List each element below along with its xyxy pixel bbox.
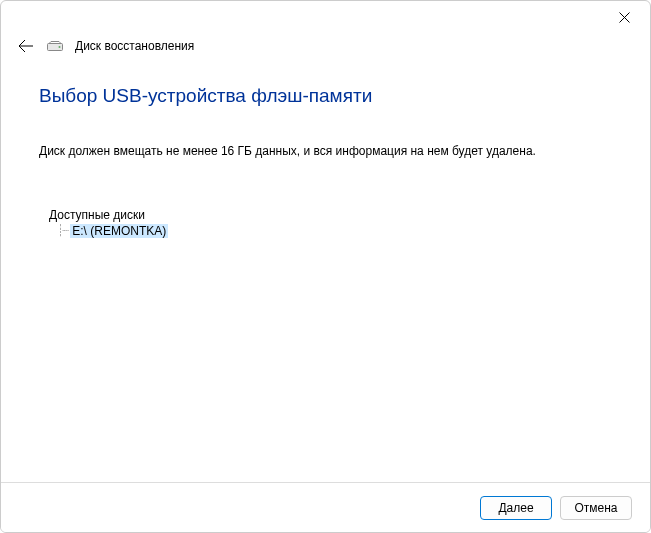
page-description: Диск должен вмещать не менее 16 ГБ данны… <box>39 143 612 160</box>
next-button[interactable]: Далее <box>480 496 552 520</box>
drive-list: ┊┈ E:\ (REMONTKA) <box>49 224 612 238</box>
back-arrow-icon <box>18 39 34 53</box>
close-icon <box>619 12 630 23</box>
page-heading: Выбор USB-устройства флэш-памяти <box>39 85 612 107</box>
drives-section: Доступные диски ┊┈ E:\ (REMONTKA) <box>39 208 612 238</box>
tree-branch-icon: ┊┈ <box>57 224 68 237</box>
drive-icon <box>47 41 63 51</box>
footer: Далее Отмена <box>1 482 650 532</box>
wizard-title: Диск восстановления <box>75 39 194 53</box>
svg-point-3 <box>59 46 61 48</box>
wizard-header: Диск восстановления <box>1 33 650 61</box>
back-button[interactable] <box>17 39 35 53</box>
close-button[interactable] <box>612 5 636 29</box>
content-area: Выбор USB-устройства флэш-памяти Диск до… <box>1 61 650 238</box>
drive-item[interactable]: E:\ (REMONTKA) <box>70 224 168 238</box>
titlebar <box>1 1 650 33</box>
cancel-button[interactable]: Отмена <box>560 496 632 520</box>
drives-label: Доступные диски <box>49 208 612 222</box>
drive-list-row: ┊┈ E:\ (REMONTKA) <box>57 224 612 238</box>
